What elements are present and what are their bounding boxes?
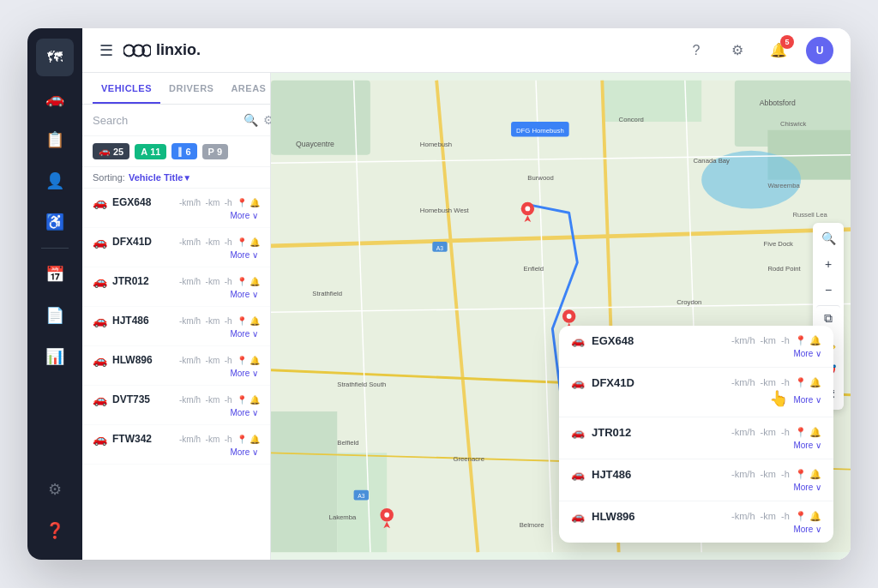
person-icon: 👤 xyxy=(45,171,64,190)
fc-more[interactable]: More ∨ xyxy=(571,525,821,534)
calendar-icon: 📅 xyxy=(45,265,64,284)
accessibility-icon: ♿ xyxy=(45,213,64,231)
sidebar-bottom: ⚙ ❓ xyxy=(36,471,74,549)
list-item[interactable]: 🚗 EGX648 -km/h -km -h 📍 🔔 More ∨ xyxy=(82,189,270,228)
search-icon[interactable]: 🔍 xyxy=(244,113,258,127)
gear-icon: ⚙ xyxy=(731,42,743,58)
sidebar-divider xyxy=(41,248,69,249)
fc-item[interactable]: 🚗 HLW896 -km/h -km -h 📍 🔔 More ∨ xyxy=(559,501,833,543)
stat-parked-value: 9 xyxy=(217,147,222,157)
reports-icon: 📋 xyxy=(45,130,64,149)
sidebar-item-analytics[interactable]: 📊 xyxy=(36,338,74,375)
sidebar-item-settings[interactable]: ⚙ xyxy=(36,471,74,508)
zoom-out-button[interactable]: − xyxy=(816,278,840,302)
vehicle-status-icon: 🚗 xyxy=(93,235,107,249)
list-item[interactable]: 🚗 FTW342 -km/h -km -h 📍 🔔 More ∨ xyxy=(82,425,270,465)
zoom-search-button[interactable]: 🔍 xyxy=(816,226,840,250)
fc-row: 🚗 HLW896 -km/h -km -h 📍 🔔 xyxy=(571,510,821,523)
floating-card: 🚗 EGX648 -km/h -km -h 📍 🔔 More ∨ 🚗 DFX41… xyxy=(559,326,833,543)
list-item[interactable]: 🚗 HJT486 -km/h -km -h 📍 🔔 More ∨ xyxy=(82,307,270,346)
vehicle-more[interactable]: More ∨ xyxy=(93,369,260,378)
stat-idle-value: 6 xyxy=(185,147,190,157)
stat-idle[interactable]: ‖ 6 xyxy=(171,143,196,159)
list-item[interactable]: 🚗 DVT735 -km/h -km -h 📍 🔔 More ∨ xyxy=(82,386,270,425)
sidebar-item-documents[interactable]: 📄 xyxy=(36,297,74,334)
search-input[interactable] xyxy=(93,114,237,127)
fc-more[interactable]: More ∨ xyxy=(793,395,821,405)
svg-text:Canada Bay: Canada Bay xyxy=(694,157,731,165)
fc-item[interactable]: 🚗 HJT486 -km/h -km -h 📍 🔔 More ∨ xyxy=(559,459,833,501)
svg-text:Enfield: Enfield xyxy=(524,265,544,273)
fc-vehicle-icon: 🚗 xyxy=(571,334,585,347)
sorting-label: Sorting: xyxy=(93,172,125,183)
fc-row: 🚗 EGX648 -km/h -km -h 📍 🔔 xyxy=(571,334,821,347)
fc-item[interactable]: 🚗 JTR012 -km/h -km -h 📍 🔔 More ∨ xyxy=(559,417,833,459)
tab-vehicles[interactable]: VEHICLES xyxy=(93,73,160,104)
sidebar-item-accessibility[interactable]: ♿ xyxy=(36,203,74,241)
tab-areas[interactable]: AREAS xyxy=(222,73,274,104)
avatar-initials: U xyxy=(816,45,824,57)
vehicle-name: JTR012 xyxy=(112,275,174,287)
sidebar-item-vehicles[interactable]: 🚗 xyxy=(36,80,74,117)
fc-more[interactable]: More ∨ xyxy=(571,349,821,358)
header-logo: linxio. xyxy=(123,41,201,59)
vehicle-metrics: -km/h -km -h 📍 🔔 xyxy=(179,277,260,286)
sidebar-item-reports[interactable]: 📋 xyxy=(36,121,74,159)
vehicle-status-icon: 🚗 xyxy=(93,393,107,406)
vehicle-more[interactable]: More ∨ xyxy=(93,329,260,339)
svg-text:Rodd Point: Rodd Point xyxy=(767,265,801,273)
user-avatar[interactable]: U xyxy=(806,37,833,64)
tab-drivers[interactable]: DRIVERS xyxy=(160,73,222,104)
svg-point-52 xyxy=(525,207,530,212)
menu-button[interactable]: ☰ xyxy=(99,41,113,60)
map-area: Quaycentre Abbotsford Chiswick Wareemba … xyxy=(271,73,851,560)
list-item[interactable]: 🚗 HLW896 -km/h -km -h 📍 🔔 More ∨ xyxy=(82,346,270,386)
notifications-button[interactable]: 🔔 5 xyxy=(765,37,792,64)
svg-text:Homebush: Homebush xyxy=(420,141,452,148)
vehicle-row: 🚗 FTW342 -km/h -km -h 📍 🔔 xyxy=(93,432,260,446)
stat-active[interactable]: A 11 xyxy=(135,144,166,159)
sidebar-item-drivers[interactable]: 👤 xyxy=(36,162,74,200)
vehicle-row: 🚗 JTR012 -km/h -km -h 📍 🔔 xyxy=(93,274,260,288)
sidebar: 🗺 🚗 📋 👤 ♿ 📅 📄 📊 ⚙ ❓ xyxy=(27,28,82,560)
vehicle-list: 🚗 EGX648 -km/h -km -h 📍 🔔 More ∨ 🚗 DFX41… xyxy=(82,189,270,560)
vehicle-more[interactable]: More ∨ xyxy=(93,250,260,260)
vehicle-status-icon: 🚗 xyxy=(93,274,107,288)
stat-total[interactable]: 🚗 25 xyxy=(93,143,129,159)
vehicle-more[interactable]: More ∨ xyxy=(93,408,260,417)
list-item[interactable]: 🚗 JTR012 -km/h -km -h 📍 🔔 More ∨ xyxy=(82,267,270,307)
sort-chevron-icon: ▼ xyxy=(183,173,191,183)
sidebar-item-calendar[interactable]: 📅 xyxy=(36,255,74,293)
svg-text:Five Dock: Five Dock xyxy=(764,240,793,248)
fc-vehicle-name: DFX41D xyxy=(592,376,725,389)
fc-item[interactable]: 🚗 EGX648 -km/h -km -h 📍 🔔 More ∨ xyxy=(559,326,833,368)
sorting-value[interactable]: Vehicle Title xyxy=(129,172,183,183)
vehicle-more[interactable]: More ∨ xyxy=(93,447,260,457)
stat-total-value: 25 xyxy=(113,147,123,157)
svg-text:Quaycentre: Quaycentre xyxy=(296,140,334,148)
stat-parked[interactable]: P 9 xyxy=(202,144,228,159)
fc-more[interactable]: More ∨ xyxy=(571,483,821,492)
sidebar-item-map[interactable]: 🗺 xyxy=(36,39,74,76)
fc-item[interactable]: 🚗 DFX41D -km/h -km -h 📍 🔔 👆 More ∨ xyxy=(559,368,833,417)
fc-metrics: -km/h -km -h 📍 🔔 xyxy=(731,511,821,522)
cursor-icon: 👆 xyxy=(769,389,788,408)
vehicle-metrics: -km/h -km -h 📍 🔔 xyxy=(179,237,260,247)
vehicle-row: 🚗 HLW896 -km/h -km -h 📍 🔔 xyxy=(93,353,260,367)
fc-metrics: -km/h -km -h 📍 🔔 xyxy=(731,469,821,480)
header: ☰ linxio. ? ⚙ 🔔 5 xyxy=(82,28,851,73)
sidebar-item-help[interactable]: ❓ xyxy=(36,512,74,549)
logo-text: linxio. xyxy=(156,41,201,59)
vehicle-metrics: -km/h -km -h 📍 🔔 xyxy=(179,435,260,444)
vehicle-more[interactable]: More ∨ xyxy=(93,290,260,299)
tabs-header: VEHICLES DRIVERS AREAS xyxy=(82,73,270,105)
vehicle-metrics: -km/h -km -h 📍 🔔 xyxy=(179,316,260,326)
settings-button[interactable]: ⚙ xyxy=(724,37,751,64)
vehicle-row: 🚗 DFX41D -km/h -km -h 📍 🔔 xyxy=(93,235,260,249)
vehicle-metrics: -km/h -km -h 📍 🔔 xyxy=(179,395,260,405)
vehicle-more[interactable]: More ∨ xyxy=(93,211,260,220)
zoom-in-button[interactable]: + xyxy=(816,252,840,276)
help-button[interactable]: ? xyxy=(683,37,710,64)
fc-more[interactable]: More ∨ xyxy=(571,441,821,450)
list-item[interactable]: 🚗 DFX41D -km/h -km -h 📍 🔔 More ∨ xyxy=(82,228,270,267)
